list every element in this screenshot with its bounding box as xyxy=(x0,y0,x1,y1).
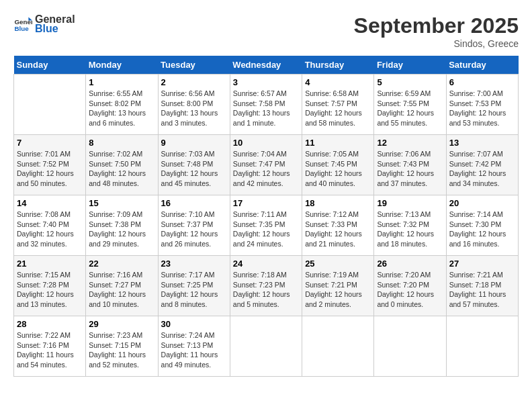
day-number: 23 xyxy=(161,259,227,269)
day-number: 4 xyxy=(305,77,371,87)
day-info: Sunrise: 7:18 AMSunset: 7:23 PMDaylight:… xyxy=(233,270,299,310)
calendar-cell xyxy=(374,316,446,377)
day-number: 25 xyxy=(305,259,371,269)
calendar-cell: 12Sunrise: 7:06 AMSunset: 7:43 PMDayligh… xyxy=(374,135,446,195)
calendar-cell: 1Sunrise: 6:55 AMSunset: 8:02 PMDaylight… xyxy=(86,75,158,135)
day-number: 30 xyxy=(161,319,227,329)
day-info: Sunrise: 7:06 AMSunset: 7:43 PMDaylight:… xyxy=(377,149,443,189)
day-of-week-header: Tuesday xyxy=(158,56,230,75)
calendar-cell xyxy=(302,316,374,377)
day-number: 28 xyxy=(17,319,83,329)
day-number: 11 xyxy=(305,138,371,148)
day-number: 18 xyxy=(305,198,371,208)
calendar-cell: 29Sunrise: 7:23 AMSunset: 7:15 PMDayligh… xyxy=(86,316,158,377)
calendar-cell xyxy=(14,75,86,135)
calendar-cell: 26Sunrise: 7:20 AMSunset: 7:20 PMDayligh… xyxy=(374,256,446,316)
day-info: Sunrise: 7:16 AMSunset: 7:27 PMDaylight:… xyxy=(89,270,154,310)
day-number: 17 xyxy=(233,198,299,208)
day-number: 9 xyxy=(161,138,227,148)
day-info: Sunrise: 7:03 AMSunset: 7:48 PMDaylight:… xyxy=(161,149,227,189)
calendar-header-row: SundayMondayTuesdayWednesdayThursdayFrid… xyxy=(14,56,519,75)
calendar-cell: 21Sunrise: 7:15 AMSunset: 7:28 PMDayligh… xyxy=(14,256,86,316)
day-number: 16 xyxy=(161,198,227,208)
day-info: Sunrise: 7:15 AMSunset: 7:28 PMDaylight:… xyxy=(17,270,83,310)
day-number: 6 xyxy=(449,77,515,87)
day-info: Sunrise: 7:09 AMSunset: 7:38 PMDaylight:… xyxy=(89,210,154,249)
day-info: Sunrise: 6:58 AMSunset: 7:57 PMDaylight:… xyxy=(305,89,371,128)
calendar-cell: 10Sunrise: 7:04 AMSunset: 7:47 PMDayligh… xyxy=(230,135,302,195)
calendar-cell: 17Sunrise: 7:11 AMSunset: 7:35 PMDayligh… xyxy=(230,195,302,256)
calendar-cell: 5Sunrise: 6:59 AMSunset: 7:55 PMDaylight… xyxy=(374,75,446,135)
calendar-cell: 25Sunrise: 7:19 AMSunset: 7:21 PMDayligh… xyxy=(302,256,374,316)
day-number: 22 xyxy=(89,259,154,269)
day-number: 20 xyxy=(449,198,515,208)
calendar-cell: 30Sunrise: 7:24 AMSunset: 7:13 PMDayligh… xyxy=(158,316,230,377)
day-info: Sunrise: 7:12 AMSunset: 7:33 PMDaylight:… xyxy=(305,210,371,249)
calendar-cell: 27Sunrise: 7:21 AMSunset: 7:18 PMDayligh… xyxy=(446,256,518,316)
calendar-cell: 19Sunrise: 7:13 AMSunset: 7:32 PMDayligh… xyxy=(374,195,446,256)
calendar-cell: 22Sunrise: 7:16 AMSunset: 7:27 PMDayligh… xyxy=(86,256,158,316)
day-info: Sunrise: 7:08 AMSunset: 7:40 PMDaylight:… xyxy=(17,210,83,249)
calendar-cell: 14Sunrise: 7:08 AMSunset: 7:40 PMDayligh… xyxy=(14,195,86,256)
calendar-cell: 11Sunrise: 7:05 AMSunset: 7:45 PMDayligh… xyxy=(302,135,374,195)
day-number: 27 xyxy=(449,259,515,269)
day-number: 1 xyxy=(89,77,154,87)
calendar-cell: 7Sunrise: 7:01 AMSunset: 7:52 PMDaylight… xyxy=(14,135,86,195)
day-info: Sunrise: 7:02 AMSunset: 7:50 PMDaylight:… xyxy=(89,149,154,189)
day-info: Sunrise: 7:21 AMSunset: 7:18 PMDaylight:… xyxy=(449,270,515,310)
day-info: Sunrise: 6:59 AMSunset: 7:55 PMDaylight:… xyxy=(377,89,443,128)
day-number: 19 xyxy=(377,198,443,208)
day-info: Sunrise: 7:17 AMSunset: 7:25 PMDaylight:… xyxy=(161,270,227,310)
day-number: 21 xyxy=(17,259,83,269)
day-info: Sunrise: 7:05 AMSunset: 7:45 PMDaylight:… xyxy=(305,149,371,189)
day-info: Sunrise: 7:19 AMSunset: 7:21 PMDaylight:… xyxy=(305,270,371,310)
day-of-week-header: Wednesday xyxy=(230,56,302,75)
day-number: 15 xyxy=(89,198,154,208)
day-of-week-header: Saturday xyxy=(446,56,518,75)
calendar-week-row: 28Sunrise: 7:22 AMSunset: 7:16 PMDayligh… xyxy=(14,316,519,377)
day-number: 13 xyxy=(449,138,515,148)
day-number: 5 xyxy=(377,77,443,87)
day-info: Sunrise: 7:01 AMSunset: 7:52 PMDaylight:… xyxy=(17,149,83,189)
day-number: 14 xyxy=(17,198,83,208)
day-of-week-header: Monday xyxy=(86,56,158,75)
day-of-week-header: Thursday xyxy=(302,56,374,75)
day-number: 7 xyxy=(17,138,83,148)
location-title: Sindos, Greece xyxy=(354,38,519,49)
day-info: Sunrise: 6:55 AMSunset: 8:02 PMDaylight:… xyxy=(89,89,154,128)
calendar-cell: 13Sunrise: 7:07 AMSunset: 7:42 PMDayligh… xyxy=(446,135,518,195)
day-info: Sunrise: 7:22 AMSunset: 7:16 PMDaylight:… xyxy=(17,330,83,370)
day-of-week-header: Sunday xyxy=(14,56,86,75)
day-number: 29 xyxy=(89,319,154,329)
calendar-cell xyxy=(446,316,518,377)
day-info: Sunrise: 7:14 AMSunset: 7:30 PMDaylight:… xyxy=(449,210,515,249)
calendar-week-row: 7Sunrise: 7:01 AMSunset: 7:52 PMDaylight… xyxy=(14,135,519,195)
day-info: Sunrise: 7:24 AMSunset: 7:13 PMDaylight:… xyxy=(161,330,227,370)
day-info: Sunrise: 6:56 AMSunset: 8:00 PMDaylight:… xyxy=(161,89,227,128)
calendar-cell xyxy=(230,316,302,377)
day-info: Sunrise: 7:07 AMSunset: 7:42 PMDaylight:… xyxy=(449,149,515,189)
logo-icon: General Blue xyxy=(13,15,32,34)
calendar-week-row: 21Sunrise: 7:15 AMSunset: 7:28 PMDayligh… xyxy=(14,256,519,316)
day-info: Sunrise: 6:57 AMSunset: 7:58 PMDaylight:… xyxy=(233,89,299,128)
calendar-cell: 28Sunrise: 7:22 AMSunset: 7:16 PMDayligh… xyxy=(14,316,86,377)
day-info: Sunrise: 7:13 AMSunset: 7:32 PMDaylight:… xyxy=(377,210,443,249)
svg-text:Blue: Blue xyxy=(14,25,29,32)
day-info: Sunrise: 7:10 AMSunset: 7:37 PMDaylight:… xyxy=(161,210,227,249)
page-header: General Blue General Blue September 2025… xyxy=(13,13,519,49)
logo: General Blue General Blue xyxy=(13,13,75,35)
day-info: Sunrise: 7:20 AMSunset: 7:20 PMDaylight:… xyxy=(377,270,443,310)
calendar-cell: 20Sunrise: 7:14 AMSunset: 7:30 PMDayligh… xyxy=(446,195,518,256)
calendar-cell: 3Sunrise: 6:57 AMSunset: 7:58 PMDaylight… xyxy=(230,75,302,135)
calendar-cell: 24Sunrise: 7:18 AMSunset: 7:23 PMDayligh… xyxy=(230,256,302,316)
calendar-cell: 18Sunrise: 7:12 AMSunset: 7:33 PMDayligh… xyxy=(302,195,374,256)
calendar-cell: 8Sunrise: 7:02 AMSunset: 7:50 PMDaylight… xyxy=(86,135,158,195)
day-info: Sunrise: 7:00 AMSunset: 7:53 PMDaylight:… xyxy=(449,89,515,128)
day-of-week-header: Friday xyxy=(374,56,446,75)
month-title: September 2025 xyxy=(354,13,519,38)
calendar-cell: 4Sunrise: 6:58 AMSunset: 7:57 PMDaylight… xyxy=(302,75,374,135)
day-info: Sunrise: 7:04 AMSunset: 7:47 PMDaylight:… xyxy=(233,149,299,189)
calendar-week-row: 14Sunrise: 7:08 AMSunset: 7:40 PMDayligh… xyxy=(14,195,519,256)
calendar-cell: 15Sunrise: 7:09 AMSunset: 7:38 PMDayligh… xyxy=(86,195,158,256)
calendar-cell: 23Sunrise: 7:17 AMSunset: 7:25 PMDayligh… xyxy=(158,256,230,316)
